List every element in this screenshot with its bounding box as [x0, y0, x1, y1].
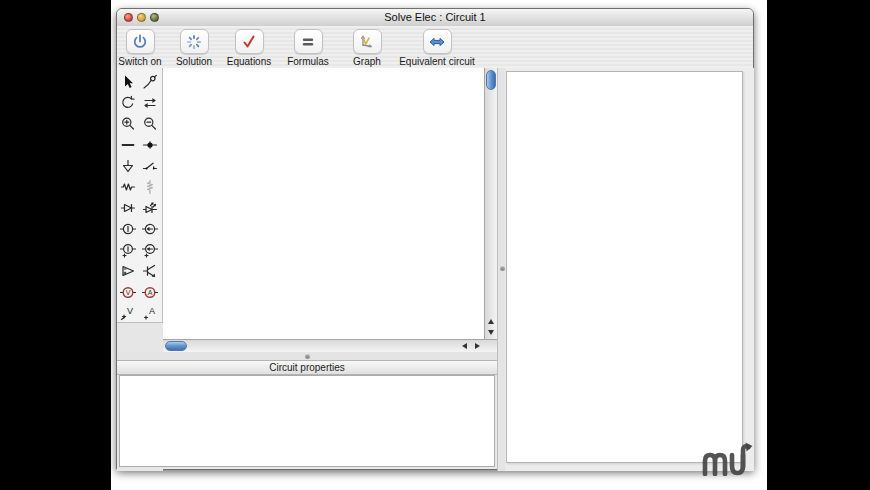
voltage-probe-letter: V [127, 305, 133, 315]
macupdate-mu-logo [698, 434, 758, 476]
zoom-out-tool[interactable] [140, 114, 160, 134]
node-tool[interactable] [140, 135, 160, 155]
rotate-tool[interactable] [118, 93, 138, 113]
wire-tool[interactable] [118, 135, 138, 155]
opamp-tool[interactable] [118, 261, 138, 281]
diode-tool[interactable] [118, 198, 138, 218]
circuit-properties-header: Circuit properties [117, 360, 497, 375]
left-arrow-icon [462, 343, 467, 349]
voltage-probe-tool[interactable]: V [118, 303, 138, 323]
graph-curve-icon [358, 33, 376, 51]
circuit-properties-panel[interactable] [119, 375, 495, 467]
resistor-tool[interactable] [118, 177, 138, 197]
ground-tool[interactable] [118, 156, 138, 176]
double-arrow-icon [428, 33, 446, 51]
led-tool[interactable] [140, 198, 160, 218]
canvas-horizontal-scrollbar[interactable] [163, 339, 497, 352]
voltmeter-letter: V [126, 289, 131, 296]
current-probe-tool[interactable]: A [140, 303, 160, 323]
results-document[interactable] [506, 71, 743, 463]
ammeter-tool[interactable]: A [140, 282, 160, 302]
right-arrow-icon [475, 343, 480, 349]
voltage-source-tool[interactable] [118, 219, 138, 239]
polarized-voltage-source-tool[interactable] [118, 240, 138, 260]
voltmeter-tool[interactable]: V [118, 282, 138, 302]
scroll-left-button[interactable] [458, 340, 470, 352]
results-panel [505, 68, 754, 471]
bend-wire-tool[interactable] [140, 72, 160, 92]
scroll-right-button[interactable] [471, 340, 483, 352]
component-palette: V A V A [117, 68, 163, 323]
reverse-tool[interactable] [140, 93, 160, 113]
horizontal-splitter[interactable] [117, 352, 497, 360]
select-arrow-tool[interactable] [118, 72, 138, 92]
ammeter-letter: A [148, 289, 153, 296]
splitter-grip[interactable] [500, 266, 505, 271]
schematic-canvas[interactable] [163, 68, 484, 339]
up-arrow-icon [488, 319, 494, 324]
window-title: Solve Elec : Circuit 1 [117, 11, 753, 23]
app-window: Solve Elec : Circuit 1 Switch on Solutio… [116, 8, 754, 470]
vertical-scroll-thumb[interactable] [486, 70, 496, 90]
transistor-tool[interactable] [140, 261, 160, 281]
polarized-current-source-tool[interactable] [140, 240, 160, 260]
rheostat-tool[interactable] [140, 177, 160, 197]
vertical-splitter[interactable] [497, 68, 505, 471]
equivalent-circuit-button[interactable]: Equivalent circuit [387, 29, 487, 67]
switch-tool[interactable] [140, 156, 160, 176]
toolbar: Switch on Solution Equations Formulas [117, 26, 753, 69]
scrollbar-corner [484, 340, 497, 352]
current-source-tool[interactable] [140, 219, 160, 239]
canvas-vertical-scrollbar[interactable] [484, 68, 497, 339]
splitter-grip[interactable] [305, 354, 310, 359]
equals-icon [299, 33, 317, 51]
current-probe-letter: A [149, 305, 155, 315]
red-checkmark-icon [240, 33, 258, 51]
zoom-in-tool[interactable] [118, 114, 138, 134]
scroll-down-button[interactable] [485, 326, 497, 338]
title-bar[interactable]: Solve Elec : Circuit 1 [117, 9, 753, 27]
left-pillarbox [0, 0, 111, 490]
toolbar-label: Equivalent circuit [387, 56, 487, 67]
right-pillarbox [767, 0, 870, 490]
down-arrow-icon [488, 330, 494, 335]
horizontal-scroll-thumb[interactable] [165, 341, 187, 351]
